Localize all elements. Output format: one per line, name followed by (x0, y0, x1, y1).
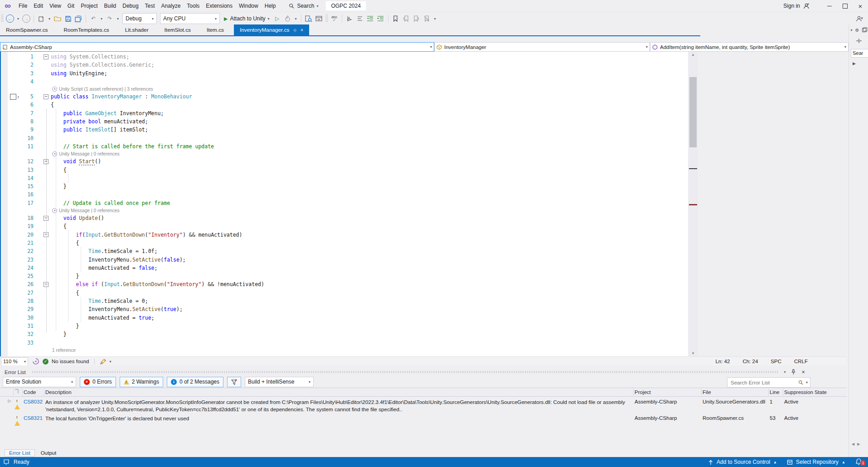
navigate-forward-button[interactable]: → (21, 13, 31, 24)
error-code-link[interactable]: CS8321 (23, 414, 44, 421)
minimize-button[interactable] (822, 0, 837, 12)
menu-item-analyze[interactable]: Analyze (158, 0, 184, 12)
codelens-label[interactable]: Unity Script (1 asset reference) | 3 ref… (59, 86, 153, 92)
code-column-header[interactable]: Code (23, 389, 44, 396)
errors-filter-button[interactable]: × 0 Errors (80, 377, 116, 387)
window-position-dropdown[interactable]: ▾ (784, 370, 786, 374)
attach-to-unity-button[interactable]: ▶ Attach to Unity ▾ (222, 13, 272, 24)
code-line[interactable]: 18 void Update() (1, 214, 688, 222)
code-line[interactable]: 19 { (1, 222, 688, 230)
member-dropdown[interactable]: AddItem(string itemName, int quantity, S… (650, 42, 849, 52)
menu-item-project[interactable]: Project (78, 0, 101, 12)
clear-bookmarks-button[interactable] (422, 13, 432, 24)
codelens-label[interactable]: Unity Message | 0 references (59, 207, 120, 214)
intellicode-icon[interactable] (33, 358, 39, 365)
collapse-region-icon[interactable] (44, 54, 48, 59)
navigate-back-dropdown[interactable]: ▾ (15, 13, 21, 24)
add-to-source-control-button[interactable]: Add to Source Control ▲ (708, 459, 777, 465)
line-number[interactable]: 22 (22, 247, 34, 255)
menu-item-test[interactable]: Test (142, 0, 158, 12)
solution-platform-dropdown[interactable]: Any CPU▾ (160, 13, 220, 24)
warnings-filter-button[interactable]: 2 Warnings (120, 377, 163, 387)
line-ending-indicator[interactable]: CRLF (794, 359, 808, 364)
line-number[interactable]: 10 (22, 134, 34, 142)
scrollbar-thumb[interactable] (689, 77, 697, 147)
menu-item-git[interactable]: Git (64, 0, 78, 12)
line-number[interactable]: 12 (22, 157, 34, 165)
line-number[interactable]: 33 (22, 339, 34, 347)
line-number[interactable]: 24 (22, 264, 34, 272)
navigate-back-button[interactable]: ← (5, 13, 15, 24)
code-line[interactable]: 3using UnityEngine; (1, 69, 688, 78)
redo-dropdown[interactable]: ▾ (115, 13, 121, 24)
split-editor-icon[interactable] (856, 38, 862, 44)
horizontal-scroll-arrows[interactable]: ◀▶ (852, 442, 863, 446)
code-line[interactable]: 10 (1, 134, 688, 142)
toolbar-overflow-dropdown[interactable]: ▾ (432, 13, 438, 24)
menu-item-help[interactable]: Help (262, 0, 279, 12)
toolbar-grip[interactable] (325, 15, 328, 23)
select-repository-button[interactable]: Select Repository ▲ (787, 459, 845, 465)
toolbar-grip[interactable] (1, 15, 4, 23)
line-number[interactable]: 6 (22, 101, 34, 109)
line-number[interactable]: 18 (22, 214, 34, 222)
new-project-dropdown[interactable]: ▾ (47, 13, 52, 24)
menu-item-extensions[interactable]: Extensions (203, 0, 236, 12)
save-button[interactable] (63, 13, 73, 24)
code-line[interactable]: 26 else if (Input.GetButtonDown("Invento… (1, 280, 688, 288)
line-number[interactable]: 25 (22, 272, 34, 280)
tab-item-cs[interactable]: Item.cs (201, 24, 230, 35)
restore-panel-icon[interactable] (863, 28, 867, 32)
line-number[interactable]: 15 (22, 182, 34, 190)
line-number[interactable]: 14 (22, 174, 34, 182)
code-line[interactable]: 11 // Start is called before the first f… (1, 142, 688, 151)
close-button[interactable]: × (853, 0, 868, 12)
code-editor[interactable]: 1using System.Collections;2using System.… (0, 52, 848, 356)
pin-icon[interactable] (791, 369, 796, 375)
quick-search[interactable]: Search ▾ (289, 3, 318, 9)
menu-item-window[interactable]: Window (236, 0, 262, 12)
suppression-column-header[interactable]: Suppression State (783, 389, 847, 396)
code-line[interactable]: 32 } (1, 330, 688, 338)
tab-inventorymanager-cs[interactable]: InventoryManager.cs⊹× (234, 24, 309, 35)
health-status[interactable]: No issues found (52, 359, 89, 364)
decrease-indent-button[interactable] (365, 13, 375, 24)
codelens-label[interactable]: Unity Message | 0 references (59, 151, 120, 157)
line-number[interactable]: 30 (22, 314, 34, 322)
tool-window-search[interactable]: Sear (851, 49, 868, 58)
close-tab-icon[interactable]: × (301, 28, 303, 33)
code-line[interactable]: 31 } (1, 322, 688, 330)
code-line[interactable]: 16 (1, 190, 688, 199)
find-in-files-button[interactable] (304, 13, 314, 24)
tab-roomspawner-cs[interactable]: RoomSpawner.cs (0, 24, 53, 35)
error-search-input[interactable] (730, 379, 796, 386)
restore-button[interactable] (837, 0, 853, 12)
code-line[interactable]: 14 (1, 174, 688, 182)
increase-indent-button[interactable] (376, 13, 386, 24)
codelens-row[interactable]: ●Unity Message | 0 references (1, 151, 688, 157)
tab-lit-shader[interactable]: Lit.shader (119, 24, 155, 35)
line-number[interactable]: 27 (22, 289, 34, 297)
line-column-header[interactable]: Line (769, 389, 783, 396)
menu-item-debug[interactable]: Debug (119, 0, 141, 12)
error-source-dropdown[interactable]: Build + IntelliSense▾ (245, 377, 314, 387)
code-line[interactable]: 24 menuActivated = false; (1, 264, 688, 272)
type-dropdown[interactable]: InventoryManager ▾ (434, 42, 650, 52)
toggle-bookmark-button[interactable] (391, 13, 401, 24)
line-number[interactable]: 3 (22, 69, 34, 78)
code-line[interactable]: 33 (1, 339, 688, 347)
line-number[interactable]: 1 (22, 53, 34, 61)
code-line[interactable]: 25 } (1, 272, 688, 280)
error-scope-dropdown[interactable]: Entire Solution▾ (3, 377, 76, 387)
code-line[interactable]: 20 if(Input.GetButtonDown("Inventory") &… (1, 231, 688, 239)
line-number[interactable]: 4 (22, 78, 34, 86)
code-line[interactable]: 8 private bool menuActivated; (1, 117, 688, 126)
code-line[interactable]: 15 } (1, 182, 688, 190)
tab-itemslot-cs[interactable]: ItemSlot.cs (159, 24, 197, 35)
undo-dropdown[interactable]: ▾ (99, 13, 104, 24)
line-number[interactable]: 9 (22, 126, 34, 134)
spell-check-button[interactable]: abc✓ (330, 13, 339, 24)
code-line[interactable]: 28 Time.timeScale = 0; (1, 297, 688, 305)
menu-item-view[interactable]: View (46, 0, 64, 12)
code-line[interactable]: 9 public ItemSlot[] itemSlot; (1, 126, 688, 134)
